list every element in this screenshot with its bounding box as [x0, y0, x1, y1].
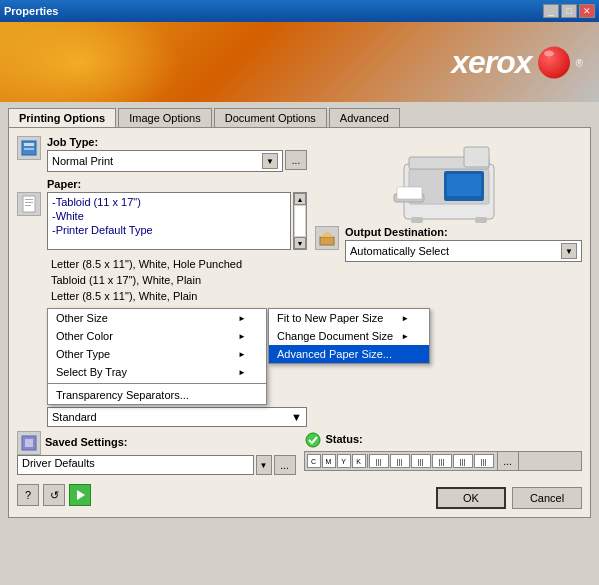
xerox-logo: xerox ®: [451, 44, 583, 81]
suggestion-2[interactable]: Tabloid (11 x 17"), White, Plain: [47, 272, 307, 288]
paper-row: Paper: -Tabloid (11 x 17") -White -Print…: [17, 178, 307, 250]
help-row: ? ↺: [17, 484, 91, 506]
fit-label: Fit to New Paper Size: [277, 312, 383, 324]
output-destination-field: Output Destination: Automatically Select…: [345, 226, 582, 262]
xerox-text: xerox: [451, 44, 531, 81]
job-type-field: Job Type: Normal Print ▼ ...: [47, 136, 307, 172]
other-size-label: Other Size: [56, 312, 108, 324]
tab-printing-options[interactable]: Printing Options: [8, 108, 116, 127]
close-button[interactable]: ✕: [579, 4, 595, 18]
paper-list-item-1: -Tabloid (11 x 17"): [50, 195, 288, 209]
svg-rect-12: [397, 187, 422, 199]
submenu-other-size: Fit to New Paper Size ► Change Document …: [268, 308, 430, 364]
printer-image: [389, 139, 509, 224]
status-c-block: C: [307, 454, 321, 468]
saved-settings-dropdown-button[interactable]: ▼: [256, 455, 272, 475]
ok-cancel-buttons: OK Cancel: [436, 487, 582, 509]
menu-item-transparency[interactable]: Transparency Separators...: [48, 386, 266, 404]
reset-button[interactable]: ↺: [43, 484, 65, 506]
suggestion-1[interactable]: Letter (8.5 x 11"), White, Hole Punched: [47, 256, 307, 272]
main-content: Printing Options Image Options Document …: [0, 102, 599, 585]
status-label: Status:: [326, 433, 363, 445]
select-by-tray-label: Select By Tray: [56, 366, 127, 378]
paper-scrollbar[interactable]: ▲ ▼: [293, 192, 307, 250]
tab-advanced[interactable]: Advanced: [329, 108, 400, 127]
saved-settings-value: Driver Defaults: [22, 457, 95, 469]
standard-select[interactable]: Standard ▼: [47, 407, 307, 427]
tab-bar: Printing Options Image Options Document …: [8, 108, 591, 127]
help-button[interactable]: ?: [17, 484, 39, 506]
tab-image-options[interactable]: Image Options: [118, 108, 212, 127]
go-button[interactable]: [69, 484, 91, 506]
standard-value: Standard: [52, 411, 97, 423]
context-menu-area: Other Size ► Other Color ► Other Type ►: [47, 308, 307, 405]
standard-row: Standard ▼: [47, 407, 307, 427]
suggestion-3[interactable]: Letter (8.5 x 11"), White, Plain: [47, 288, 307, 304]
job-type-select[interactable]: Normal Print ▼: [47, 150, 283, 172]
other-size-arrow-icon: ►: [238, 314, 246, 323]
svg-marker-18: [320, 231, 334, 237]
scroll-down-icon[interactable]: ▼: [294, 237, 306, 249]
panel: Job Type: Normal Print ▼ ...: [8, 127, 591, 518]
scroll-track: [295, 206, 305, 236]
registered-mark: ®: [576, 58, 583, 69]
svg-rect-16: [475, 217, 487, 223]
svg-rect-20: [25, 439, 33, 447]
printer-area: [315, 136, 582, 226]
paper-field: Paper: -Tabloid (11 x 17") -White -Print…: [47, 178, 307, 250]
suggestions-area: Letter (8.5 x 11"), White, Hole Punched …: [47, 256, 307, 304]
output-destination-select[interactable]: Automatically Select ▼: [345, 240, 582, 262]
submenu-item-change[interactable]: Change Document Size ►: [269, 327, 429, 345]
output-destination-label: Output Destination:: [345, 226, 582, 238]
menu-item-other-size[interactable]: Other Size ►: [48, 309, 266, 327]
output-destination-row: Output Destination: Automatically Select…: [315, 226, 582, 262]
status-more-button[interactable]: ...: [497, 451, 519, 471]
status-bar-6: |||: [474, 454, 494, 468]
menu-separator: [48, 383, 266, 384]
right-column: Output Destination: Automatically Select…: [315, 136, 582, 427]
status-bar-5: |||: [453, 454, 473, 468]
saved-settings-combo: Driver Defaults ▼ ...: [17, 455, 296, 475]
other-type-arrow-icon: ►: [238, 350, 246, 359]
minimize-button[interactable]: _: [543, 4, 559, 18]
status-header: Status:: [304, 431, 583, 449]
status-k-block: K: [352, 454, 366, 468]
submenu-item-fit[interactable]: Fit to New Paper Size ►: [269, 309, 429, 327]
change-arrow-icon: ►: [401, 332, 409, 341]
paper-list-item-3: -Printer Default Type: [50, 223, 288, 237]
job-type-row: Job Type: Normal Print ▼ ...: [17, 136, 307, 172]
submenu-item-advanced[interactable]: Advanced Paper Size...: [269, 345, 429, 363]
svg-rect-1: [24, 143, 34, 146]
maximize-button[interactable]: □: [561, 4, 577, 18]
header-banner: xerox ®: [0, 22, 599, 102]
saved-settings-icon: [17, 431, 41, 455]
select-by-tray-arrow-icon: ►: [238, 368, 246, 377]
svg-point-21: [306, 433, 320, 447]
left-column: Job Type: Normal Print ▼ ...: [17, 136, 307, 427]
scroll-up-icon[interactable]: ▲: [294, 193, 306, 205]
menu-item-select-by-tray[interactable]: Select By Tray ►: [48, 363, 266, 381]
status-bar-3: |||: [411, 454, 431, 468]
menu-item-other-type[interactable]: Other Type ►: [48, 345, 266, 363]
action-bar: ? ↺ OK Cancel: [17, 481, 582, 509]
svg-rect-14: [464, 147, 489, 167]
transparency-label: Transparency Separators...: [56, 389, 189, 401]
other-color-label: Other Color: [56, 330, 113, 342]
saved-settings-input[interactable]: Driver Defaults: [17, 455, 254, 475]
menu-item-other-color[interactable]: Other Color ►: [48, 327, 266, 345]
paper-list-item-2: -White: [50, 209, 288, 223]
svg-rect-15: [411, 217, 423, 223]
saved-settings-more-button[interactable]: ...: [274, 455, 296, 475]
cancel-button[interactable]: Cancel: [512, 487, 582, 509]
svg-rect-6: [25, 205, 31, 206]
paper-list[interactable]: -Tabloid (11 x 17") -White -Printer Defa…: [47, 192, 291, 250]
paper-icon: [17, 192, 41, 216]
status-y-block: Y: [337, 454, 351, 468]
tab-document-options[interactable]: Document Options: [214, 108, 327, 127]
job-type-more-button[interactable]: ...: [285, 150, 307, 170]
other-color-arrow-icon: ►: [238, 332, 246, 341]
title-bar: Properties _ □ ✕: [0, 0, 599, 22]
xerox-ball-icon: [538, 46, 570, 78]
ok-button[interactable]: OK: [436, 487, 506, 509]
fit-arrow-icon: ►: [401, 314, 409, 323]
